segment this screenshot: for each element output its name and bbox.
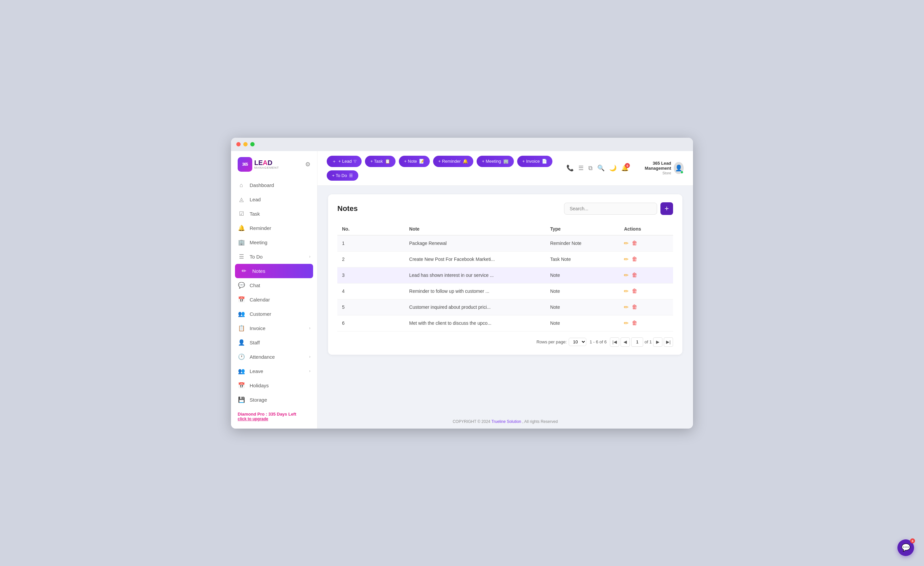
logo-box: 365 LEAD MANAGEMENT [238, 157, 279, 172]
delete-icon[interactable]: 🗑 [632, 272, 638, 278]
page-number-input[interactable] [631, 337, 643, 347]
add-todo-button[interactable]: + To Do ☰ [327, 170, 358, 181]
dashboard-icon: ⌂ [238, 182, 245, 189]
page-of-label: of 1 [645, 339, 652, 345]
chevron-icon: › [309, 326, 310, 330]
table-row: 2 Create New Post For Facebook Marketi..… [338, 251, 673, 267]
col-header-no: No. [338, 223, 405, 235]
add-invoice-button[interactable]: + Invoice 📄 [517, 156, 552, 167]
rows-per-page-select[interactable]: 10 25 50 [569, 338, 586, 346]
row-note: Lead has shown interest in our service .… [405, 267, 545, 283]
delete-icon[interactable]: 🗑 [632, 240, 638, 247]
sidebar-item-storage[interactable]: 💾 Storage [231, 393, 317, 407]
sidebar-item-lead[interactable]: ◬ Lead [231, 192, 317, 207]
sidebar-item-chat[interactable]: 💬 Chat [231, 278, 317, 292]
leave-icon: 👥 [238, 368, 245, 375]
moon-icon[interactable]: 🌙 [609, 164, 616, 172]
prev-page-button[interactable]: ◀ [621, 337, 630, 347]
sidebar-item-calendar[interactable]: 📅 Calendar [231, 292, 317, 307]
user-avatar[interactable]: 👤 [674, 162, 684, 174]
edit-icon[interactable]: ✏ [624, 304, 628, 311]
action-icons: ✏ 🗑 [624, 272, 668, 279]
search-topbar-icon[interactable]: 🔍 [597, 164, 604, 172]
last-page-button[interactable]: ▶| [664, 337, 673, 347]
notification-bell[interactable]: 🔔 0 [621, 164, 628, 172]
row-no: 1 [338, 235, 405, 251]
sidebar-item-label: Notes [252, 268, 265, 274]
add-meeting-button[interactable]: + Meeting 🏢 [477, 156, 513, 167]
delete-icon[interactable]: 🗑 [632, 288, 638, 295]
sidebar-item-holidays[interactable]: 📅 Holidays [231, 378, 317, 393]
add-reminder-button[interactable]: + Reminder 🔔 [433, 156, 474, 167]
sidebar-item-attendance[interactable]: 🕐 Attendance › [231, 350, 317, 364]
settings-icon[interactable]: ⚙ [305, 161, 310, 168]
edit-icon[interactable]: ✏ [624, 256, 628, 263]
sidebar-item-label: Leave [250, 368, 263, 374]
action-icons: ✏ 🗑 [624, 288, 668, 295]
minimize-dot[interactable] [243, 142, 248, 146]
delete-icon[interactable]: 🗑 [632, 304, 638, 310]
row-no: 4 [338, 283, 405, 299]
add-task-button[interactable]: + Task 📋 [365, 156, 396, 167]
sidebar-item-todo[interactable]: ☰ To Do › [231, 250, 317, 264]
action-icons: ✏ 🗑 [624, 320, 668, 327]
edit-icon[interactable]: ✏ [624, 320, 628, 327]
sidebar-item-label: Holidays [250, 383, 269, 388]
table-row: 6 Met with the client to discuss the upc… [338, 315, 673, 331]
sidebar-item-customer[interactable]: 👥 Customer [231, 307, 317, 321]
todo-icon: ☰ [238, 253, 245, 260]
row-no: 6 [338, 315, 405, 331]
row-note: Reminder to follow up with customer ... [405, 283, 545, 299]
chat-bubble[interactable]: 💬 0 [897, 539, 914, 556]
edit-icon[interactable]: ✏ [624, 288, 628, 295]
table-row: 4 Reminder to follow up with customer ..… [338, 283, 673, 299]
sidebar-item-leave[interactable]: 👥 Leave › [231, 364, 317, 378]
sidebar-item-label: Attendance [250, 354, 275, 360]
row-type: Note [545, 283, 619, 299]
col-header-type: Type [545, 223, 619, 235]
user-name: 365 Lead Management [633, 161, 671, 171]
add-note-button[interactable]: + [660, 202, 673, 215]
row-actions: ✏ 🗑 [619, 251, 673, 267]
delete-icon[interactable]: 🗑 [632, 256, 638, 262]
task-btn-icon: 📋 [385, 159, 390, 164]
staff-icon: 👤 [238, 339, 245, 346]
copyright-text: COPYRIGHT © 2024 [453, 419, 490, 424]
note-btn-label: + Note [404, 159, 417, 164]
next-page-button[interactable]: ▶ [653, 337, 662, 347]
upgrade-link[interactable]: click to upgrade [238, 417, 310, 421]
user-text: 365 Lead Management Store [633, 161, 671, 175]
todo-btn-label: + To Do [332, 173, 347, 178]
list-icon[interactable]: ☰ [578, 164, 584, 172]
search-input[interactable] [564, 203, 657, 215]
logo-icon: 365 [238, 157, 252, 172]
sidebar-item-notes[interactable]: ✏ Notes [235, 264, 313, 278]
company-link[interactable]: Trueline Solution [491, 419, 521, 424]
rows-per-page: Rows per page: 10 25 50 [537, 338, 586, 346]
invoice-icon: 📋 [238, 325, 245, 332]
sidebar-item-dashboard[interactable]: ⌂ Dashboard [231, 178, 317, 192]
chevron-icon: › [309, 369, 310, 373]
nav-list: ⌂ Dashboard ◬ Lead ☑ Task 🔔 Reminder 🏢 [231, 178, 317, 407]
edit-icon[interactable]: ✏ [624, 240, 628, 247]
copy-icon[interactable]: ⧉ [588, 165, 592, 172]
task-btn-label: + Task [370, 159, 383, 164]
close-dot[interactable] [236, 142, 241, 146]
plan-label: Diamond Pro : 335 Days Left [238, 412, 310, 417]
pagination-row: Rows per page: 10 25 50 1 - 6 of 6 |◀ ◀ [338, 337, 673, 347]
edit-icon[interactable]: ✏ [624, 272, 628, 279]
sidebar-item-task[interactable]: ☑ Task [231, 207, 317, 221]
add-note-button[interactable]: + Note 📝 [399, 156, 430, 167]
maximize-dot[interactable] [250, 142, 255, 146]
logo-area: 365 LEAD MANAGEMENT ⚙ [231, 157, 317, 178]
add-lead-button[interactable]: ＋ + Lead ▽ [327, 156, 362, 167]
sidebar-item-invoice[interactable]: 📋 Invoice › [231, 321, 317, 336]
sidebar-item-staff[interactable]: 👤 Staff [231, 336, 317, 350]
row-type: Task Note [545, 251, 619, 267]
phone-icon[interactable]: 📞 [566, 164, 574, 172]
delete-icon[interactable]: 🗑 [632, 320, 638, 327]
sidebar-item-meeting[interactable]: 🏢 Meeting [231, 235, 317, 250]
first-page-button[interactable]: |◀ [610, 337, 619, 347]
sidebar-item-reminder[interactable]: 🔔 Reminder [231, 221, 317, 235]
avatar-online-dot [680, 171, 683, 174]
